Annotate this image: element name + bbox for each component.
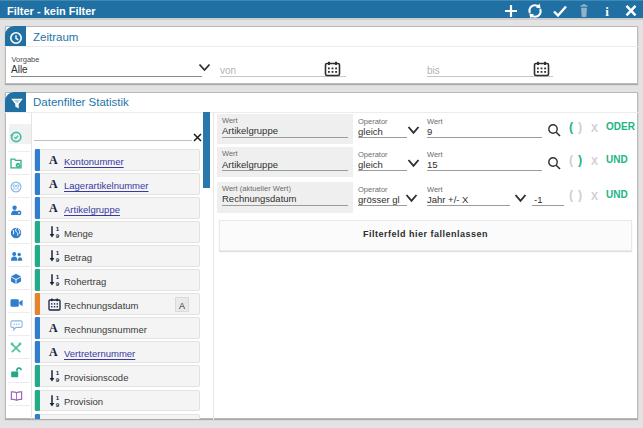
svg-text:9: 9 <box>56 401 60 408</box>
svg-text:1: 1 <box>56 273 60 280</box>
svg-text:1: 1 <box>56 249 60 256</box>
svg-text:9: 9 <box>56 281 60 288</box>
svg-text:1: 1 <box>56 394 60 401</box>
svg-text:9: 9 <box>56 233 60 240</box>
svg-text:1: 1 <box>56 225 60 232</box>
svg-text:9: 9 <box>56 377 60 384</box>
svg-text:1: 1 <box>56 370 60 377</box>
svg-text:9: 9 <box>56 257 60 264</box>
